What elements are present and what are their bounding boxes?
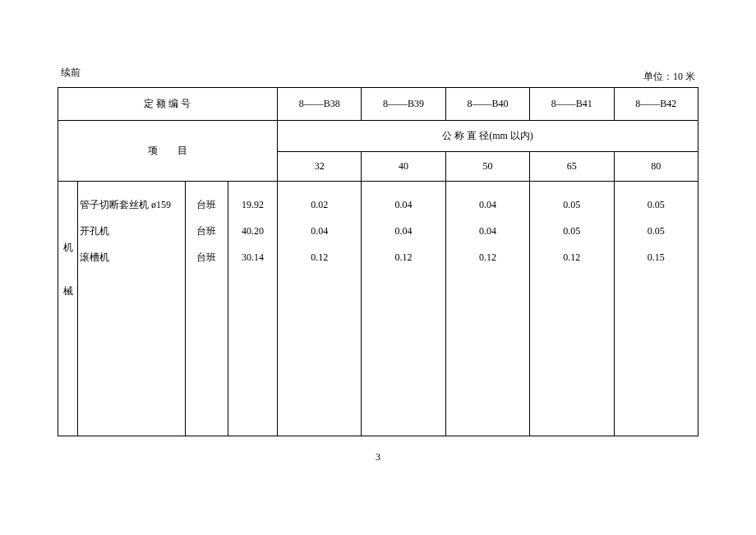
code-cell: 8——B39 xyxy=(362,88,445,121)
code-cell: 8——B41 xyxy=(530,88,614,121)
quota-table: 定 额 编 号 8——B38 8——B39 8——B40 8——B41 8——B… xyxy=(58,87,698,436)
data-cell: 0.05 xyxy=(620,218,693,244)
data-cell: 0.05 xyxy=(535,218,608,244)
data-col: 0.02 0.04 0.12 xyxy=(277,182,361,436)
price-cell: 30.14 xyxy=(233,244,272,270)
unit-cell: 台班 xyxy=(191,218,223,244)
data-cell: 0.04 xyxy=(451,218,524,244)
header-row-group: 项 目 公 称 直 径(mm 以内) xyxy=(58,121,698,152)
unit-col: 台班 台班 台班 xyxy=(185,182,228,436)
side-char: 机 xyxy=(58,241,77,255)
item-name: 滚槽机 xyxy=(80,244,180,270)
data-col: 0.05 0.05 0.12 xyxy=(530,182,614,436)
data-cell: 0.15 xyxy=(620,244,693,270)
price-col: 19.92 40.20 30.14 xyxy=(228,182,277,436)
page-number: 3 xyxy=(58,451,698,464)
item-name: 开孔机 xyxy=(80,218,180,244)
dia-cell: 32 xyxy=(277,152,361,182)
code-cell: 8——B38 xyxy=(277,88,361,121)
data-cell: 0.02 xyxy=(283,191,356,218)
data-col: 0.05 0.05 0.15 xyxy=(614,182,698,436)
data-cell: 0.04 xyxy=(451,191,524,218)
project-header: 项 目 xyxy=(58,121,278,182)
code-cell: 8——B40 xyxy=(445,88,529,121)
data-cell: 0.12 xyxy=(283,244,356,270)
unit-label: 单位：10 米 xyxy=(643,70,695,84)
unit-cell: 台班 xyxy=(191,244,223,270)
quota-no-header: 定 额 编 号 xyxy=(58,88,278,121)
side-category: 机 械 xyxy=(58,182,78,436)
dia-cell: 65 xyxy=(530,152,614,182)
continued-label: 续前 xyxy=(61,66,81,80)
data-cell: 0.04 xyxy=(366,218,440,244)
dia-cell: 50 xyxy=(445,152,529,182)
data-cell: 0.12 xyxy=(451,244,524,270)
data-cell: 0.04 xyxy=(283,218,356,244)
nominal-dia-header: 公 称 直 径(mm 以内) xyxy=(277,121,698,152)
item-name: 管子切断套丝机 ø159 xyxy=(80,191,180,218)
code-cell: 8——B42 xyxy=(614,88,698,121)
unit-cell: 台班 xyxy=(191,191,223,218)
data-cell: 0.12 xyxy=(366,244,440,270)
body-row: 机 械 管子切断套丝机 ø159 开孔机 滚槽机 台班 台班 台班 19.92 … xyxy=(58,182,698,436)
side-char: 械 xyxy=(58,284,77,298)
dia-cell: 80 xyxy=(614,152,698,182)
dia-cell: 40 xyxy=(362,152,445,182)
price-cell: 40.20 xyxy=(233,218,272,244)
data-col: 0.04 0.04 0.12 xyxy=(445,182,529,436)
data-cell: 0.05 xyxy=(535,191,608,218)
data-col: 0.04 0.04 0.12 xyxy=(362,182,445,436)
data-cell: 0.04 xyxy=(366,191,440,218)
item-name-col: 管子切断套丝机 ø159 开孔机 滚槽机 xyxy=(78,182,186,436)
data-cell: 0.12 xyxy=(535,244,608,270)
price-cell: 19.92 xyxy=(233,191,272,218)
data-cell: 0.05 xyxy=(620,191,693,218)
header-row-codes: 定 额 编 号 8——B38 8——B39 8——B40 8——B41 8——B… xyxy=(58,88,698,121)
